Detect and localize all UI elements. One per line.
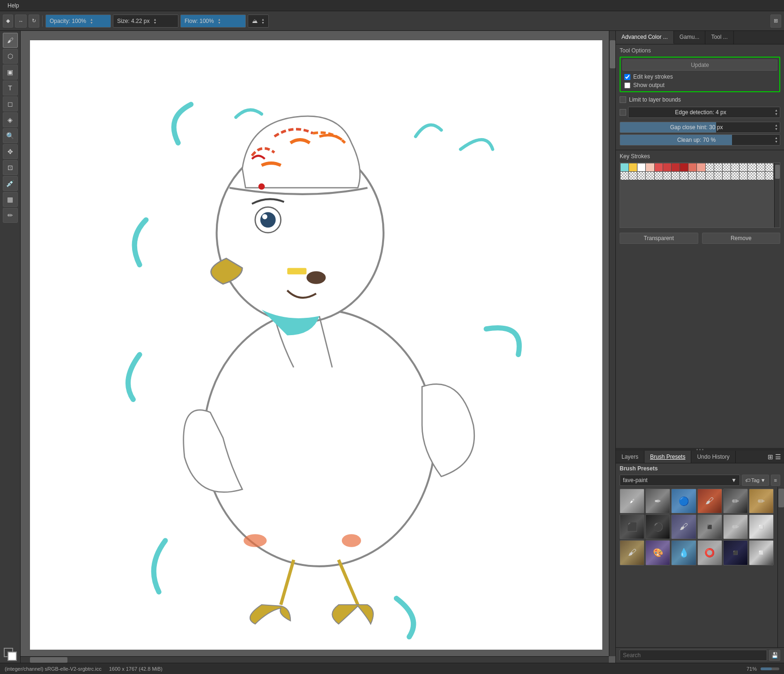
select-tool-btn[interactable]: ⬡ — [3, 49, 18, 64]
swatch-red2[interactable] — [663, 163, 671, 171]
swatch-skin[interactable] — [646, 163, 654, 171]
tool-action-btn1[interactable]: ↔ — [15, 15, 27, 28]
canvas-scrollbar-v[interactable] — [609, 31, 615, 656]
swatch-empty3[interactable] — [723, 163, 731, 171]
tab-gamut[interactable]: Gamu... — [674, 31, 706, 44]
brush-item-13[interactable]: 🖌 — [620, 540, 644, 565]
canvas-area[interactable] — [21, 31, 615, 663]
swatch-empty18[interactable] — [697, 172, 705, 180]
tab-brush-presets[interactable]: Brush Presets — [644, 451, 691, 463]
gradient-tool-btn[interactable]: ▦ — [3, 192, 18, 207]
swatch-empty21[interactable] — [723, 172, 731, 180]
flow-arrows[interactable]: ▲▼ — [218, 18, 221, 24]
brush-item-9[interactable]: 🖌 — [671, 514, 696, 539]
swatch-pink[interactable] — [697, 163, 705, 171]
scroll-thumb-v[interactable] — [610, 40, 615, 68]
grid-icon[interactable]: ⊞ — [768, 453, 773, 461]
size-arrows[interactable]: ▲▼ — [153, 18, 156, 24]
swatches-scrollbar-thumb[interactable] — [775, 165, 780, 179]
remove-button[interactable]: Remove — [702, 233, 781, 244]
swatch-red4[interactable] — [680, 163, 688, 171]
swatch-red5[interactable] — [688, 163, 696, 171]
brush-item-7[interactable]: ⬛ — [620, 514, 644, 539]
brush-grid-scroll-thumb[interactable] — [778, 489, 784, 507]
edit-key-strokes-checkbox[interactable] — [624, 74, 630, 80]
eraser-tool-btn[interactable]: ◈ — [3, 112, 18, 127]
search-input[interactable] — [620, 650, 767, 661]
paint-tool-btn[interactable]: 🖌 — [3, 33, 18, 48]
preset-dropdown[interactable]: fave-paint ▼ — [620, 475, 740, 486]
extra-control1[interactable]: ⛰ ▲▼ — [248, 15, 269, 28]
swatch-empty17[interactable] — [688, 172, 696, 180]
brush-item-10[interactable]: ◾ — [697, 514, 722, 539]
brush-item-8[interactable]: ⚫ — [645, 514, 670, 539]
gap-close-arrows[interactable]: ▲▼ — [773, 124, 780, 132]
opacity-control[interactable]: Opacity: 100% ▲▼ — [45, 15, 111, 28]
swatch-empty6[interactable] — [748, 163, 756, 171]
clean-up-control[interactable]: Clean up: 70 % ▲▼ — [620, 134, 780, 146]
swatch-empty24[interactable] — [748, 172, 756, 180]
swatch-empty2[interactable] — [714, 163, 722, 171]
swatch-empty22[interactable] — [731, 172, 739, 180]
swatch-empty26[interactable] — [765, 172, 773, 180]
brush-item-1[interactable]: 🖌 — [620, 489, 644, 513]
tool-action-btn2[interactable]: ↻ — [29, 15, 39, 28]
brush-item-6[interactable]: ✏ — [749, 489, 774, 513]
brush-item-12[interactable]: ◽ — [749, 514, 774, 539]
opacity-arrows[interactable]: ▲▼ — [90, 18, 93, 24]
canvas-white[interactable] — [30, 40, 602, 650]
tab-tool[interactable]: Tool ... — [705, 31, 733, 44]
brush-item-3[interactable]: 🔵 — [671, 489, 696, 513]
tab-layers[interactable]: Layers — [616, 451, 644, 463]
swatch-yellow[interactable] — [629, 163, 637, 171]
brush-grid-scrollbar[interactable] — [777, 487, 784, 647]
brush-item-14[interactable]: 🎨 — [645, 540, 670, 565]
tool-icon-btn[interactable]: ◆ — [3, 15, 13, 28]
swatch-empty15[interactable] — [672, 172, 680, 180]
brush-item-11[interactable]: ✏ — [723, 514, 748, 539]
brush-item-15[interactable]: 💧 — [671, 540, 696, 565]
tab-advanced-color[interactable]: Advanced Color ... — [616, 31, 674, 44]
swatch-empty20[interactable] — [714, 172, 722, 180]
swatch-empty5[interactable] — [740, 163, 747, 171]
show-output-checkbox[interactable] — [624, 82, 630, 88]
edge-detection-checkbox[interactable] — [620, 109, 626, 116]
brush-item-16[interactable]: ⭕ — [697, 540, 722, 565]
swatch-empty10[interactable] — [629, 172, 637, 180]
preset-list-btn[interactable]: ≡ — [771, 475, 780, 486]
swatch-empty4[interactable] — [731, 163, 739, 171]
swatches-scrollbar[interactable] — [774, 163, 780, 227]
swatch-empty19[interactable] — [706, 172, 714, 180]
flow-control[interactable]: Flow: 100% ▲▼ — [180, 15, 246, 28]
menu-item-help[interactable]: Help — [4, 1, 23, 10]
swatch-empty16[interactable] — [680, 172, 688, 180]
swatch-empty1[interactable] — [706, 163, 714, 171]
brush-item-17[interactable]: ◾ — [723, 540, 748, 565]
swatch-red1[interactable] — [655, 163, 663, 171]
maximize-btn[interactable]: ⊞ — [770, 15, 781, 28]
edge-detection-arrows[interactable]: ▲▼ — [773, 109, 780, 117]
brush-item-18[interactable]: ◽ — [749, 540, 774, 565]
edge-detection-control[interactable]: Edge detection: 4 px ▲▼ — [628, 107, 780, 118]
fg-bg-color[interactable] — [4, 648, 17, 661]
limit-layer-checkbox[interactable] — [620, 96, 626, 103]
swatch-empty12[interactable] — [646, 172, 654, 180]
tab-undo-history[interactable]: Undo History — [691, 451, 735, 463]
swatch-white[interactable] — [637, 163, 645, 171]
brush-item-2[interactable]: ✒ — [645, 489, 670, 513]
transparent-button[interactable]: Transparent — [620, 233, 698, 244]
size-control[interactable]: Size: 4.22 px ▲▼ — [113, 15, 178, 28]
canvas-scrollbar-h[interactable] — [21, 656, 609, 663]
fill-tool-btn[interactable]: ▣ — [3, 65, 18, 80]
scroll-thumb-h[interactable] — [30, 657, 67, 663]
swatch-empty7[interactable] — [757, 163, 765, 171]
swatch-empty13[interactable] — [655, 172, 663, 180]
swatch-empty23[interactable] — [740, 172, 747, 180]
clean-up-arrows[interactable]: ▲▼ — [773, 136, 780, 144]
move-tool-btn[interactable]: ✥ — [3, 144, 18, 159]
swatch-teal[interactable] — [621, 163, 629, 171]
text-tool-btn[interactable]: T — [3, 81, 18, 95]
swatch-empty25[interactable] — [757, 172, 765, 180]
path-tool-btn[interactable]: ✏ — [3, 208, 18, 223]
zoom-tool-btn[interactable]: 🔍 — [3, 128, 18, 143]
